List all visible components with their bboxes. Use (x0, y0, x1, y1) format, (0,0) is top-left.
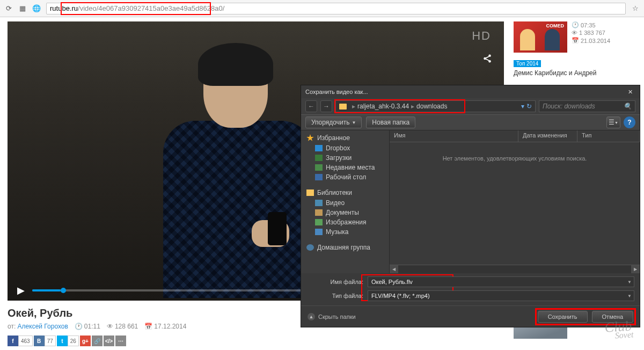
dialog-titlebar[interactable]: Сохранить видео как... ✕ (301, 85, 640, 98)
url-host: rutube.ru (50, 4, 78, 12)
duration: 🕐01:11 (75, 323, 100, 330)
forward-button[interactable]: → (320, 100, 332, 112)
file-list: Имя Дата изменения Тип Нет элементов, уд… (390, 130, 640, 273)
browser-toolbar: ⟳ ▦ 🌐 rutube.ru/video/4e067a930927415a0e… (0, 0, 644, 17)
dialog-title: Сохранить видео как... (305, 89, 368, 95)
fb-count: 463 (18, 336, 33, 346)
library-icon (306, 189, 314, 196)
share-icon[interactable] (482, 54, 492, 66)
related-item[interactable]: COMED 🕐07:35 👁1 383 767 📅21.03.2014 (514, 21, 632, 53)
help-button[interactable]: ? (624, 116, 635, 128)
site-icon: 🌐 (32, 4, 41, 13)
filename-input[interactable]: Окей, Рубль.flv▼ (368, 276, 634, 287)
twitter-button[interactable]: t (57, 336, 68, 346)
desktop-icon (315, 174, 323, 180)
image-icon (315, 219, 323, 225)
star-icon (306, 134, 314, 142)
download-icon (315, 155, 323, 161)
save-button[interactable]: Сохранить (538, 311, 588, 323)
url-path: /video/4e067a930927415a0e3ae49a5d8628a0/ (78, 4, 224, 12)
save-dialog: Сохранить видео как... ✕ ← → ▸ raljeta_a… (301, 85, 640, 327)
back-button[interactable]: ← (305, 100, 317, 112)
filename-label: Имя файла: (306, 279, 363, 285)
tw-count: 26 (68, 336, 79, 346)
col-name[interactable]: Имя (390, 130, 518, 142)
dropbox-icon (315, 145, 323, 151)
author-prefix: от: (8, 323, 18, 330)
views: 👁128 661 (107, 323, 138, 330)
top-badge: Топ 2014 (514, 60, 541, 67)
reload-icon[interactable]: ⟳ (4, 4, 13, 13)
col-modified[interactable]: Дата изменения (518, 130, 577, 142)
document-icon (315, 209, 323, 216)
search-icon: 🔍 (624, 103, 632, 110)
search-input[interactable]: Поиск: downloads 🔍 (539, 100, 635, 112)
clock-icon: 🕐 (75, 323, 83, 330)
eye-icon: 👁 (572, 30, 577, 36)
embed-button[interactable]: </> (104, 336, 114, 346)
recent-icon (315, 164, 323, 171)
calendar-icon: 📅 (144, 323, 152, 330)
refresh-icon[interactable]: ↻ (526, 103, 532, 110)
related-title[interactable]: Демис Карибидис и Андрей (514, 69, 632, 77)
view-button[interactable]: ☰▼ (606, 116, 620, 128)
eye-icon: 👁 (107, 323, 113, 330)
upload-date: 📅17.12.2014 (144, 323, 186, 330)
breadcrumb-highlight (334, 99, 465, 113)
vk-button[interactable]: B (34, 336, 45, 346)
horizontal-scrollbar[interactable]: ◀▶ (390, 265, 640, 273)
vk-count: 77 (45, 336, 56, 346)
address-bar[interactable]: rutube.ru/video/4e067a930927415a0e3ae49a… (46, 3, 626, 14)
col-type[interactable]: Тип (577, 130, 640, 142)
video-icon (315, 200, 323, 206)
progress-bar[interactable] (32, 289, 317, 291)
author-link[interactable]: Алексей Горохов (18, 323, 68, 330)
new-folder-button[interactable]: Новая папка (366, 116, 415, 128)
music-icon (315, 229, 323, 235)
filetype-select[interactable]: FLV/MP4 (*.flv; *.mp4)▼ (368, 290, 634, 301)
link-button[interactable]: 🔗 (92, 336, 103, 346)
thumb: COMED (514, 21, 567, 53)
facebook-button[interactable]: f (8, 336, 18, 346)
chevron-down-icon[interactable]: ▾ (521, 103, 524, 110)
hide-folders-button[interactable]: ▲ Скрыть папки (308, 313, 356, 320)
cancel-button[interactable]: Отмена (592, 311, 633, 323)
breadcrumb[interactable]: ▸ raljeta_ahk-0.3.44 ▸ downloads ▾ ↻ (335, 100, 536, 112)
filetype-label: Тип файла: (306, 293, 363, 299)
clock-icon: 🕐 (572, 21, 579, 28)
calendar-icon: 📅 (572, 37, 579, 44)
chevron-up-icon: ▲ (308, 313, 315, 320)
gplus-button[interactable]: g+ (80, 336, 91, 346)
empty-message: Нет элементов, удовлетворяющих условиям … (390, 142, 640, 174)
folder-tree[interactable]: Избранное Dropbox Загрузки Недавние мест… (301, 130, 390, 273)
more-button[interactable]: ⋯ (115, 336, 126, 346)
play-button[interactable]: ▶ (17, 285, 25, 296)
homegroup-icon (306, 244, 314, 251)
organize-button[interactable]: Упорядочить▼ (305, 116, 362, 128)
close-button[interactable]: ✕ (625, 89, 635, 96)
apps-icon[interactable]: ▦ (18, 4, 27, 13)
share-buttons: f463 B77 t26 g+ 🔗 </> ⋯ (8, 336, 504, 346)
bookmark-icon[interactable]: ☆ (631, 4, 640, 13)
channel-watermark: HD (472, 29, 491, 43)
